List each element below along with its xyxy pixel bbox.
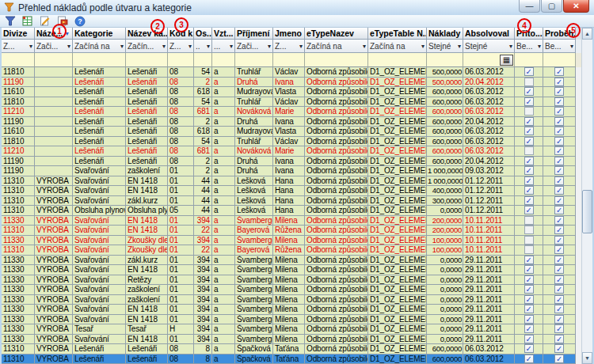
checked-checkbox[interactable]: ✓ [554, 256, 564, 264]
checked-checkbox[interactable]: ✓ [524, 206, 534, 214]
checked-checkbox[interactable]: ✓ [524, 275, 534, 284]
checked-checkbox[interactable]: ✓ [554, 305, 564, 313]
scrollbar-thumb[interactable] [582, 190, 592, 233]
checked-checkbox[interactable]: ✓ [524, 344, 534, 353]
table-row[interactable]: 11190LešenářiLešenáři082aDruháIvanaOdbor… [2, 157, 581, 167]
filter-operator-divize[interactable]: Z...▾ [2, 40, 35, 53]
maximize-button[interactable]: ▢ [541, 0, 562, 13]
checked-checkbox[interactable]: ✓ [524, 127, 534, 135]
table-row[interactable]: 11190Svařovánízaškolení012aDruháIvanaOdb… [2, 166, 581, 176]
column-header-etypenazev[interactable]: eTypeNazev [305, 28, 368, 40]
checked-checkbox[interactable]: ✓ [554, 146, 564, 155]
table-row[interactable]: 11190LešenářiLešenáři082aDruháIvanaOdbor… [2, 78, 581, 88]
filter-input-jmeno[interactable] [273, 53, 305, 67]
dropdown-arrow-icon[interactable]: ▾ [29, 43, 32, 50]
filter-operator-etypetable[interactable]: Začíná na▾ [368, 40, 427, 53]
checked-checkbox[interactable]: ✓ [554, 97, 564, 106]
checked-checkbox[interactable]: ✓ [554, 186, 564, 195]
unchecked-checkbox[interactable] [524, 78, 534, 86]
unchecked-checkbox[interactable] [524, 107, 534, 116]
checked-checkbox[interactable]: ✓ [554, 295, 564, 304]
unchecked-checkbox[interactable] [524, 226, 534, 234]
checked-checkbox[interactable]: ✓ [524, 87, 534, 96]
checked-checkbox[interactable]: ✓ [554, 78, 564, 86]
checked-checkbox[interactable]: ✓ [524, 176, 534, 185]
unchecked-checkbox[interactable] [524, 245, 534, 254]
filter-button[interactable] [2, 15, 17, 27]
calculator-button[interactable]: ▦ [500, 55, 513, 66]
filter-input-osobni-cislo[interactable] [194, 53, 212, 67]
checked-checkbox[interactable]: ✓ [524, 295, 534, 304]
checked-checkbox[interactable]: ✓ [524, 186, 534, 195]
export-excel-button[interactable] [20, 15, 35, 27]
dropdown-arrow-icon[interactable]: ▾ [207, 43, 210, 50]
checked-checkbox[interactable]: ✓ [554, 166, 564, 175]
column-header-prijmeni[interactable]: Příjmení [235, 28, 273, 40]
filter-operator-nazev-kategorie[interactable]: Začín...▾ [126, 40, 168, 53]
checked-checkbox[interactable]: ✓ [554, 157, 564, 165]
checked-checkbox[interactable]: ✓ [554, 324, 564, 333]
table-row[interactable]: 11330VÝROBASvařováníZkoušky dle EN01394a… [2, 236, 581, 246]
checked-checkbox[interactable]: ✓ [554, 107, 564, 116]
filter-operator-vztah[interactable]: ...▾ [212, 40, 235, 53]
dropdown-arrow-icon[interactable]: ▾ [570, 43, 573, 50]
checked-checkbox[interactable]: ✓ [524, 137, 534, 146]
checked-checkbox[interactable]: ✓ [554, 275, 564, 284]
table-row[interactable]: 11310VÝROBAObsluha plynovýchObsluha plyn… [2, 206, 581, 216]
dropdown-arrow-icon[interactable]: ▾ [458, 43, 461, 50]
checked-checkbox[interactable]: ✓ [554, 226, 564, 234]
scroll-up-button[interactable]: ▲ [582, 28, 592, 40]
table-row[interactable]: 11330VÝROBASvařováníEN 141801394aŠvamber… [2, 265, 581, 275]
filter-input-naklady[interactable] [427, 53, 463, 67]
filter-input-kod-kategorie[interactable] [168, 53, 194, 67]
vertical-scrollbar[interactable]: ▲ ▼ [581, 28, 592, 364]
filter-input-etypenazev[interactable] [305, 53, 368, 67]
scroll-down-button[interactable]: ▼ [582, 352, 592, 364]
dropdown-arrow-icon[interactable]: ▾ [188, 43, 192, 50]
column-header-vztah[interactable]: Vzt... [212, 28, 235, 40]
column-header-absolvoval[interactable]: Absolvoval [463, 28, 515, 40]
table-row[interactable]: 11330VÝROBASvařovánízaškolení01394aŠvamb… [2, 285, 581, 295]
checked-checkbox[interactable]: ✓ [524, 324, 534, 333]
table-row[interactable]: 11310VÝROBASvařováníEN 14180144aLeškováH… [2, 186, 581, 196]
table-row[interactable]: 11810LešenářiLešenáři0854aTruhlářVáclavO… [2, 97, 581, 108]
column-header-jmeno[interactable]: Jmeno [273, 28, 305, 40]
filter-operator-prijmeni[interactable]: Zači...▾ [235, 40, 273, 53]
checked-checkbox[interactable]: ✓ [554, 216, 564, 225]
close-button[interactable]: ✕ [563, 0, 589, 13]
filter-input-prijmeni[interactable] [235, 53, 273, 67]
checked-checkbox[interactable]: ✓ [554, 176, 564, 185]
filter-operator-jmeno[interactable]: Z...▾ [273, 40, 305, 53]
table-row[interactable]: 11310VÝROBASvařovánízákl.kurz0144aLeškov… [2, 196, 581, 207]
checked-checkbox[interactable]: ✓ [524, 285, 534, 294]
table-row[interactable]: 11210LešenářiLešenáři08681aNovákováMarie… [2, 107, 581, 117]
checked-checkbox[interactable]: ✓ [524, 117, 534, 126]
checked-checkbox[interactable]: ✓ [524, 67, 534, 76]
filter-operator-nazev-utvaru[interactable]: Zači...▾ [35, 40, 73, 53]
filter-operator-probehlo[interactable]: Be...▾ [543, 40, 576, 53]
checked-checkbox[interactable]: ✓ [554, 137, 564, 146]
checked-checkbox[interactable]: ✓ [554, 236, 564, 245]
table-row[interactable]: 11330VÝROBASvařovánízaškolení01394aŠvamb… [2, 295, 581, 305]
checked-checkbox[interactable]: ✓ [554, 285, 564, 294]
table-row[interactable]: 11330VÝROBASvařováníEN 141801394aŠvamber… [2, 305, 581, 315]
column-header-etypetable[interactable]: eTypeTable N... [368, 28, 427, 40]
checked-checkbox[interactable]: ✓ [554, 67, 564, 76]
table-row[interactable]: 11810LešenářiLešenáři0854aTruhlářVáclavO… [2, 137, 581, 147]
table-row[interactable]: 11610LešenářiLešenáři08618aMudrayováVlas… [2, 127, 581, 137]
checked-checkbox[interactable]: ✓ [554, 265, 564, 274]
table-row[interactable]: 11810LešenářiLešenáři0854aTruhlářVáclavO… [2, 67, 581, 78]
minimize-button[interactable]: — [519, 0, 540, 13]
filter-operator-naklady[interactable]: Stejné▾ [427, 40, 463, 53]
table-row[interactable]: 11310VÝROBALešenářiLešenáři088aŠpačkováT… [2, 344, 581, 355]
table-row[interactable]: 11330VÝROBASvařováníEN 141801394aŠvamber… [2, 335, 581, 345]
checked-checkbox[interactable]: ✓ [524, 305, 534, 313]
table-row[interactable]: 11330VÝROBASvařovánízákl.kurz01394aŠvamb… [2, 256, 581, 266]
dropdown-arrow-icon[interactable]: ▾ [230, 43, 233, 50]
filter-input-etypetable[interactable] [368, 53, 427, 67]
dropdown-arrow-icon[interactable]: ▾ [67, 43, 70, 50]
filter-input-vztah[interactable] [212, 53, 235, 67]
table-row[interactable]: 11190LešenářiLešenáři082aDruháIvanaOdbor… [2, 117, 581, 127]
checked-checkbox[interactable]: ✓ [524, 196, 534, 205]
checked-checkbox[interactable]: ✓ [554, 355, 564, 363]
